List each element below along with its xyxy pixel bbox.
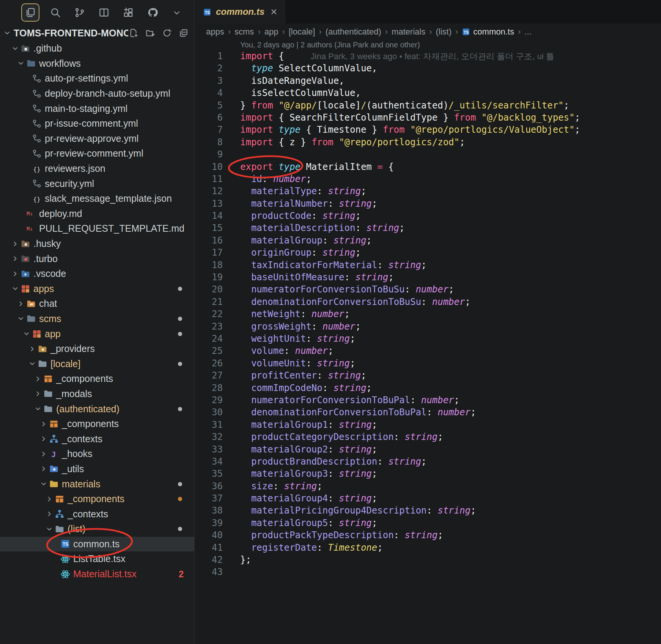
folder-vscode-icon (20, 269, 31, 279)
chevron-down-icon[interactable] (17, 314, 25, 323)
chevron-right-icon[interactable] (17, 300, 25, 308)
tree-item-turbo[interactable]: .turbo (0, 251, 194, 266)
chevron-right-icon[interactable] (39, 465, 48, 473)
breadcrumb-item-materials[interactable]: materials (392, 27, 425, 37)
chevron-down-icon[interactable] (11, 44, 19, 53)
tree-item-locale[interactable]: [locale] (0, 356, 194, 371)
breadcrumb-item-authenticated[interactable]: (authenticated) (326, 27, 381, 37)
line-number: 43 (195, 566, 223, 578)
breadcrumb-item-common-ts[interactable]: TScommon.ts (462, 27, 514, 37)
tree-item-utils[interactable]: _utils (0, 462, 194, 477)
code-line: 11 id: number; (195, 173, 661, 185)
blame-header: You, 2 days ago | 2 authors (Jina Park a… (195, 40, 661, 50)
extensions-icon[interactable] (120, 4, 137, 21)
tree-item-common-ts[interactable]: TScommon.ts (0, 537, 194, 552)
chevron-right-icon[interactable] (39, 435, 48, 443)
tree-item-materials[interactable]: materials (0, 476, 194, 492)
tree-item-label: pr-issue-comment.yml (45, 118, 138, 129)
chevron-right-icon[interactable] (45, 495, 54, 503)
github-icon[interactable] (144, 4, 161, 21)
chevron-down-icon[interactable] (45, 525, 54, 533)
breadcrumb-item-locale[interactable]: [locale] (289, 27, 315, 37)
tree-item-apps[interactable]: apps (0, 281, 194, 297)
chevron-right-icon[interactable] (11, 240, 19, 248)
tree-item-providers[interactable]: _providers (0, 341, 194, 357)
breadcrumb-item-apps[interactable]: apps (206, 27, 224, 37)
tree-item-pr-review-comment-yml[interactable]: pr-review-comment.yml (0, 146, 194, 161)
chevron-down-icon[interactable] (34, 405, 42, 413)
line-number: 11 (195, 173, 223, 185)
tree-item-pr-review-approve-yml[interactable]: pr-review-approve.yml (0, 131, 194, 146)
chevron-down-icon[interactable] (39, 480, 48, 488)
tree-item-label: common.ts (73, 539, 120, 550)
source-control-icon[interactable] (71, 4, 88, 21)
tree-item-deploy-md[interactable]: M↓deploy.md (0, 206, 194, 221)
breadcrumb-item-scms[interactable]: scms (234, 27, 254, 37)
breadcrumb-item-list[interactable]: (list) (436, 27, 452, 37)
code-line: 32 productCategoryDescription: string; (195, 431, 661, 443)
tree-item-list[interactable]: (list) (0, 521, 194, 537)
code-line: 37 materialGroup4: string; (195, 492, 661, 504)
tree-item-authenticated[interactable]: (authenticated) (0, 401, 194, 416)
svg-text:M↓: M↓ (27, 211, 33, 217)
tree-item-github[interactable]: .github (0, 41, 194, 56)
tree-item-components[interactable]: _components (0, 416, 194, 432)
chevron-down-icon[interactable] (3, 29, 11, 37)
breadcrumb-separator: › (282, 27, 285, 37)
tree-item-deploy-branch-auto-setup-yml[interactable]: deploy-branch-auto-setup.yml (0, 86, 194, 101)
chevron-right-icon[interactable] (39, 450, 48, 458)
tree-item-main-to-staging-yml[interactable]: main-to-staging.yml (0, 101, 194, 116)
tree-item-contexts[interactable]: _contexts (0, 506, 194, 521)
tree-item-hooks[interactable]: J_hooks (0, 446, 194, 462)
chevron-right-icon[interactable] (11, 254, 19, 263)
tree-item-vscode[interactable]: .vscode (0, 266, 194, 281)
tree-item-security-yml[interactable]: security.yml (0, 176, 194, 191)
chevron-right-icon[interactable] (34, 375, 42, 383)
breadcrumb-item-[interactable]: ... (524, 27, 531, 37)
refresh-icon[interactable] (162, 28, 172, 38)
chevron-right-icon[interactable] (28, 345, 36, 353)
close-icon[interactable]: × (271, 6, 277, 17)
workflow-file-icon (31, 178, 42, 189)
tree-item-auto-pr-settings-yml[interactable]: auto-pr-settings.yml (0, 71, 194, 86)
editor-layout-icon[interactable] (96, 4, 112, 21)
tree-item-materiallist-tsx[interactable]: MaterialList.tsx2 (0, 567, 194, 582)
search-icon[interactable] (47, 4, 64, 21)
tree-item-modals[interactable]: _modals (0, 386, 194, 402)
tree-item-app[interactable]: app (0, 326, 194, 341)
chevron-down-icon[interactable] (11, 284, 19, 293)
tree-item-chat[interactable]: chat (0, 296, 194, 311)
tree-item-scms[interactable]: scms (0, 311, 194, 327)
tree-item-components[interactable]: _components (0, 492, 194, 507)
breadcrumb-item-app[interactable]: app (264, 27, 279, 37)
tree-item-components[interactable]: _components (0, 371, 194, 386)
new-folder-icon[interactable] (145, 28, 156, 38)
code-line: 41 registerDate: Timestone; (195, 542, 661, 554)
chevron-right-icon[interactable] (45, 510, 54, 518)
tree-item-label: _components (62, 418, 119, 429)
tree-item-listtable-tsx[interactable]: ListTable.tsx (0, 551, 194, 567)
chevron-down-icon[interactable] (168, 4, 185, 21)
tree-item-label: deploy-branch-auto-setup.yml (45, 88, 170, 99)
tree-item-pr-issue-comment-yml[interactable]: pr-issue-comment.yml (0, 116, 194, 131)
line-number: 14 (195, 210, 223, 222)
collapse-all-icon[interactable] (178, 28, 189, 38)
chevron-right-icon[interactable] (34, 390, 42, 398)
tree-item-husky[interactable]: .husky (0, 236, 194, 251)
tree-item-label: _components (56, 373, 113, 384)
tree-item-workflows[interactable]: workflows (0, 56, 194, 71)
chevron-right-icon[interactable] (11, 270, 19, 278)
tab-common-ts[interactable]: TS common.ts × (195, 0, 286, 24)
tree-item-pull-request-template-md[interactable]: M↓PULL_REQUEST_TEMPLATE.md (0, 221, 194, 236)
code-editor[interactable]: 1import {Jina Park, 3 weeks ago • feat: … (195, 50, 661, 578)
explorer-root-title[interactable]: TOMS-FRONTEND-MONORE... (14, 28, 128, 39)
tree-item-reviewers-json[interactable]: {}reviewers.json (0, 161, 194, 176)
tree-item-slack-message-template-json[interactable]: {}slack_message_template.json (0, 191, 194, 206)
new-file-icon[interactable] (128, 28, 139, 38)
chevron-down-icon[interactable] (28, 360, 36, 368)
chevron-down-icon[interactable] (22, 330, 31, 338)
files-icon[interactable] (21, 3, 39, 22)
chevron-right-icon[interactable] (39, 420, 48, 428)
tree-item-contexts[interactable]: _contexts (0, 431, 194, 446)
chevron-down-icon[interactable] (17, 59, 25, 68)
